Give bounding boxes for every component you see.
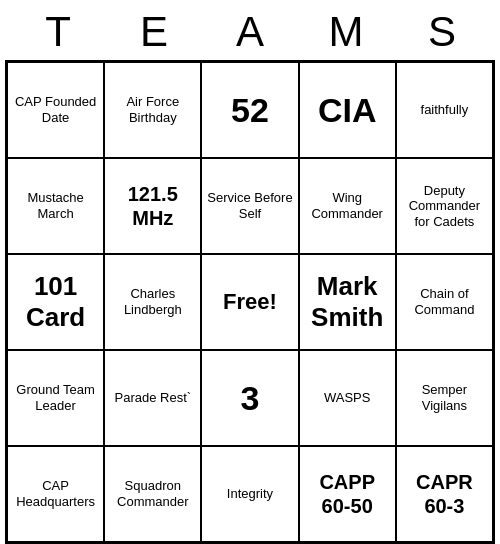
cell-r4-c2: Integrity — [201, 446, 298, 542]
cell-r0-c0: CAP Founded Date — [7, 62, 104, 158]
cell-r2-c0: 101 Card — [7, 254, 104, 350]
cell-r3-c1: Parade Rest` — [104, 350, 201, 446]
cell-r1-c1: 121.5 MHz — [104, 158, 201, 254]
title-letter: M — [298, 8, 394, 56]
cell-r1-c4: Deputy Commander for Cadets — [396, 158, 493, 254]
cell-r4-c1: Squadron Commander — [104, 446, 201, 542]
cell-r3-c4: Semper Vigilans — [396, 350, 493, 446]
title-row: TEAMS — [0, 0, 500, 60]
cell-r3-c2: 3 — [201, 350, 298, 446]
cell-r0-c3: CIA — [299, 62, 396, 158]
bingo-grid: CAP Founded DateAir Force Birthday52CIAf… — [5, 60, 495, 544]
cell-r4-c3: CAPP 60-50 — [299, 446, 396, 542]
cell-r1-c3: Wing Commander — [299, 158, 396, 254]
title-letter: E — [106, 8, 202, 56]
cell-r0-c4: faithfully — [396, 62, 493, 158]
cell-r1-c2: Service Before Self — [201, 158, 298, 254]
cell-r2-c1: Charles Lindbergh — [104, 254, 201, 350]
cell-r0-c2: 52 — [201, 62, 298, 158]
cell-r2-c2: Free! — [201, 254, 298, 350]
cell-r3-c3: WASPS — [299, 350, 396, 446]
title-letter: A — [202, 8, 298, 56]
cell-r1-c0: Mustache March — [7, 158, 104, 254]
cell-r0-c1: Air Force Birthday — [104, 62, 201, 158]
title-letter: S — [394, 8, 490, 56]
cell-r3-c0: Ground Team Leader — [7, 350, 104, 446]
title-letter: T — [10, 8, 106, 56]
cell-r4-c4: CAPR 60-3 — [396, 446, 493, 542]
cell-r2-c3: Mark Smith — [299, 254, 396, 350]
cell-r2-c4: Chain of Command — [396, 254, 493, 350]
cell-r4-c0: CAP Headquarters — [7, 446, 104, 542]
